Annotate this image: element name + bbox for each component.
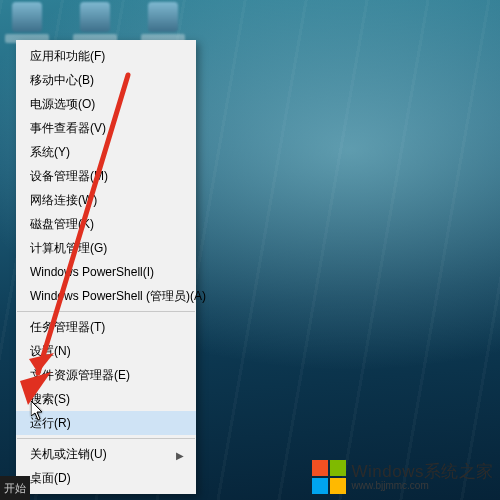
menu-item[interactable]: 任务管理器(T) bbox=[16, 315, 196, 339]
start-label: 开始 bbox=[4, 481, 26, 496]
menu-item-label: 系统(Y) bbox=[30, 145, 70, 159]
taskbar-start[interactable]: 开始 bbox=[0, 476, 30, 500]
menu-item[interactable]: 关机或注销(U)▶ bbox=[16, 442, 196, 466]
menu-item-label: 设置(N) bbox=[30, 344, 71, 358]
menu-item[interactable]: 网络连接(W) bbox=[16, 188, 196, 212]
menu-item-label: 关机或注销(U) bbox=[30, 447, 107, 461]
menu-item-label: 桌面(D) bbox=[30, 471, 71, 485]
menu-item-label: 文件资源管理器(E) bbox=[30, 368, 130, 382]
menu-item-label: 运行(R) bbox=[30, 416, 71, 430]
menu-item-label: 网络连接(W) bbox=[30, 193, 97, 207]
menu-item-label: Windows PowerShell (管理员)(A) bbox=[30, 289, 206, 303]
menu-item[interactable]: 系统(Y) bbox=[16, 140, 196, 164]
menu-item-label: 应用和功能(F) bbox=[30, 49, 105, 63]
menu-item-label: 任务管理器(T) bbox=[30, 320, 105, 334]
menu-item-label: 搜索(S) bbox=[30, 392, 70, 406]
menu-item[interactable]: 运行(R) bbox=[16, 411, 196, 435]
menu-item[interactable]: 计算机管理(G) bbox=[16, 236, 196, 260]
menu-item[interactable]: 桌面(D) bbox=[16, 466, 196, 490]
menu-item[interactable]: Windows PowerShell (管理员)(A) bbox=[16, 284, 196, 308]
desktop-background: 应用和功能(F)移动中心(B)电源选项(O)事件查看器(V)系统(Y)设备管理器… bbox=[0, 0, 500, 500]
menu-item-label: 移动中心(B) bbox=[30, 73, 94, 87]
menu-item[interactable]: 应用和功能(F) bbox=[16, 44, 196, 68]
watermark-title: Windows系统之家 bbox=[352, 463, 494, 481]
windows-logo-icon bbox=[312, 460, 346, 494]
menu-item[interactable]: 搜索(S) bbox=[16, 387, 196, 411]
winx-context-menu: 应用和功能(F)移动中心(B)电源选项(O)事件查看器(V)系统(Y)设备管理器… bbox=[16, 40, 196, 494]
menu-item-label: Windows PowerShell(I) bbox=[30, 265, 154, 279]
watermark: Windows系统之家 www.bjjmmc.com bbox=[312, 460, 494, 494]
menu-item[interactable]: 磁盘管理(K) bbox=[16, 212, 196, 236]
watermark-url: www.bjjmmc.com bbox=[352, 481, 494, 492]
menu-item-label: 电源选项(O) bbox=[30, 97, 95, 111]
menu-item[interactable]: Windows PowerShell(I) bbox=[16, 260, 196, 284]
menu-item[interactable]: 设备管理器(M) bbox=[16, 164, 196, 188]
menu-item-label: 设备管理器(M) bbox=[30, 169, 108, 183]
menu-item-label: 事件查看器(V) bbox=[30, 121, 106, 135]
menu-item-label: 计算机管理(G) bbox=[30, 241, 107, 255]
menu-item[interactable]: 移动中心(B) bbox=[16, 68, 196, 92]
menu-item[interactable]: 事件查看器(V) bbox=[16, 116, 196, 140]
menu-item-label: 磁盘管理(K) bbox=[30, 217, 94, 231]
menu-separator bbox=[17, 311, 195, 312]
menu-item[interactable]: 电源选项(O) bbox=[16, 92, 196, 116]
chevron-right-icon: ▶ bbox=[176, 448, 184, 464]
menu-item[interactable]: 设置(N) bbox=[16, 339, 196, 363]
menu-separator bbox=[17, 438, 195, 439]
menu-item[interactable]: 文件资源管理器(E) bbox=[16, 363, 196, 387]
